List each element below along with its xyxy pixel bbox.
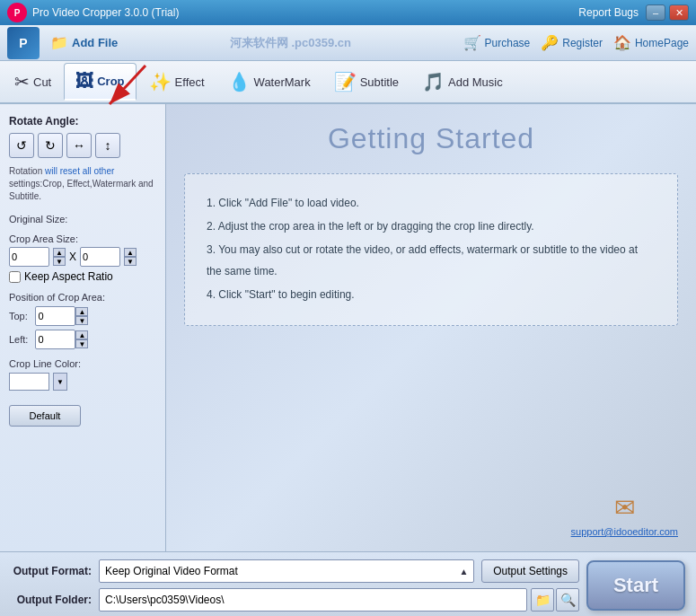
menu-bar-actions: 🛒 Purchase 🔑 Register 🏠 HomePage	[463, 34, 689, 51]
instructions-box: 1. Click "Add File" to load video. 2. Ad…	[184, 173, 678, 326]
app-logo: P	[7, 27, 40, 59]
output-folder-input[interactable]	[99, 588, 527, 612]
color-swatch[interactable]	[9, 373, 49, 391]
folder-row: 📁 🔍	[99, 588, 579, 612]
top-spinner: ▲ ▼	[75, 307, 88, 325]
crop-width-input[interactable]	[9, 247, 49, 267]
crop-height-input[interactable]	[80, 247, 120, 267]
tab-subtitle-label: Subtitle	[360, 75, 399, 89]
output-format-select[interactable]: Keep Original Video Format ▲	[99, 559, 474, 583]
position-group: Position of Crop Area: Top: ▲ ▼ Left: ▲ …	[9, 292, 156, 349]
tab-crop-label: Crop	[97, 75, 124, 88]
add-file-icon: 📁	[50, 34, 68, 51]
folder-icons: 📁 🔍	[531, 588, 579, 612]
bottom-bar: Output Format: Keep Original Video Forma…	[0, 551, 696, 616]
add-file-button[interactable]: 📁 Add File	[50, 34, 118, 51]
original-size-label: Original Size:	[9, 214, 156, 224]
rotation-buttons: ↺ ↻ ↔ ↕	[9, 133, 156, 158]
top-input[interactable]	[35, 306, 75, 326]
effect-icon: ✨	[149, 71, 172, 92]
bottom-fields: Output Format: Keep Original Video Forma…	[11, 559, 579, 612]
tab-subtitle[interactable]: 📝 Subtitle	[323, 63, 410, 101]
output-settings-button[interactable]: Output Settings	[481, 559, 579, 583]
tab-crop[interactable]: 🖼 Crop	[64, 63, 136, 101]
home-icon: 🏠	[613, 34, 631, 51]
purchase-link[interactable]: 🛒 Purchase	[463, 34, 531, 51]
width-up-button[interactable]: ▲	[53, 248, 66, 257]
music-icon: 🎵	[422, 71, 445, 92]
crop-line-color-label: Crop Line Color:	[9, 358, 156, 369]
minimize-button[interactable]: –	[646, 4, 665, 21]
rotate-right-button[interactable]: ↻	[38, 133, 63, 158]
cart-icon: 🛒	[463, 34, 481, 51]
watermark-text: 河来软件网 .pc0359.cn	[230, 36, 351, 49]
rotation-note: Rotation will reset all other settings:C…	[9, 165, 156, 203]
search-folder-button[interactable]: 🔍	[556, 588, 579, 612]
original-size-group: Original Size:	[9, 214, 156, 224]
rotate-left-button[interactable]: ↺	[9, 133, 34, 158]
tab-watermark-label: WaterMark	[254, 75, 311, 89]
keep-aspect-ratio-checkbox[interactable]	[9, 271, 21, 283]
tab-watermark[interactable]: 💧 WaterMark	[217, 63, 322, 101]
instruction-4: 4. Click "Start" to begin editing.	[207, 284, 656, 305]
left-down-button[interactable]: ▼	[75, 339, 88, 348]
top-down-button[interactable]: ▼	[75, 316, 88, 325]
homepage-link[interactable]: 🏠 HomePage	[613, 34, 689, 51]
bottom-content: Output Format: Keep Original Video Forma…	[11, 559, 685, 612]
support-link[interactable]: ✉ support@idooeditor.com	[571, 493, 678, 537]
getting-started-title: Getting Started	[328, 122, 534, 155]
crop-area-size-group: Crop Area Size: ▲ ▼ X ▲ ▼ Keep Aspect Ra…	[9, 233, 156, 283]
flip-horizontal-button[interactable]: ↔	[66, 133, 92, 158]
size-row: ▲ ▼ X ▲ ▼	[9, 247, 156, 267]
color-dropdown-button[interactable]: ▼	[53, 373, 67, 391]
title-bar: P Pro Video Cropper 3.0.0 (Trial) Report…	[0, 0, 696, 25]
instruction-2: 2. Adjust the crop area in the left or b…	[207, 216, 656, 237]
crop-area-size-label: Crop Area Size:	[9, 233, 156, 244]
instruction-1: 1. Click "Add File" to load video.	[207, 192, 656, 214]
left-spinner: ▲ ▼	[75, 330, 88, 348]
report-bugs-link[interactable]: Report Bugs	[578, 6, 639, 19]
keep-aspect-ratio-row: Keep Aspect Ratio	[9, 270, 156, 283]
watermark-icon: 💧	[228, 71, 251, 92]
tab-effect[interactable]: ✨ Effect	[138, 63, 216, 101]
format-dropdown-arrow: ▲	[459, 567, 468, 576]
subtitle-icon: 📝	[334, 71, 357, 92]
email-icon: ✉	[614, 493, 635, 523]
menu-bar: P 📁 Add File 河来软件网 .pc0359.cn 🛒 Purchase…	[0, 25, 696, 61]
toolbar: ✂ Cut 🖼 Crop ✨ Effect 💧 WaterMark 📝 Subt…	[0, 61, 696, 104]
app-title: Pro Video Cropper 3.0.0 (Trial)	[32, 6, 179, 19]
left-input-group: ▲ ▼	[35, 330, 156, 349]
register-link[interactable]: 🔑 Register	[541, 34, 603, 51]
width-down-button[interactable]: ▼	[53, 257, 66, 266]
register-icon: 🔑	[541, 34, 559, 51]
top-label: Top:	[9, 311, 28, 321]
main-content: Rotate Angle: ↺ ↻ ↔ ↕ Rotation will rese…	[0, 104, 696, 551]
left-label: Left:	[9, 334, 28, 345]
height-up-button[interactable]: ▲	[124, 248, 137, 257]
app-logo-small: P	[7, 3, 27, 22]
tab-addmusic[interactable]: 🎵 Add Music	[411, 63, 514, 101]
default-button[interactable]: Default	[9, 405, 81, 427]
instruction-3: 3. You may also cut or rotate the video,…	[207, 239, 656, 282]
top-input-group: ▲ ▼	[35, 306, 156, 326]
support-email[interactable]: support@idooeditor.com	[571, 526, 678, 537]
output-format-row: Output Format: Keep Original Video Forma…	[11, 559, 579, 583]
position-grid: Top: ▲ ▼ Left: ▲ ▼	[9, 306, 156, 349]
tab-addmusic-label: Add Music	[448, 75, 503, 89]
output-format-label: Output Format:	[11, 565, 92, 577]
start-button[interactable]: Start	[586, 560, 685, 611]
right-panel: Getting Started 1. Click "Add File" to l…	[166, 104, 696, 551]
top-up-button[interactable]: ▲	[75, 307, 88, 316]
flip-vertical-button[interactable]: ↕	[95, 133, 120, 158]
left-up-button[interactable]: ▲	[75, 330, 88, 339]
rotation-note-highlight: will reset all other	[45, 166, 114, 176]
color-row: ▼	[9, 373, 156, 391]
height-down-button[interactable]: ▼	[124, 257, 137, 266]
left-panel: Rotate Angle: ↺ ↻ ↔ ↕ Rotation will rese…	[0, 104, 166, 551]
browse-folder-button[interactable]: 📁	[531, 588, 554, 612]
height-spinner: ▲ ▼	[124, 248, 137, 266]
crop-line-color-section: Crop Line Color: ▼	[9, 358, 156, 391]
left-input[interactable]	[35, 330, 75, 349]
close-button[interactable]: ✕	[669, 4, 689, 21]
tab-cut[interactable]: ✂ Cut	[4, 63, 62, 101]
